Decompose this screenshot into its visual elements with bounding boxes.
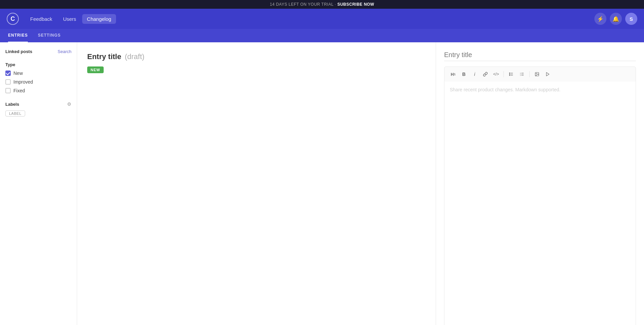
new-badge: NEW bbox=[87, 66, 426, 73]
content-wrapper: Linked posts Search Type New Improved Fi… bbox=[0, 42, 644, 325]
entry-title-input[interactable] bbox=[444, 49, 636, 61]
nav-changelog[interactable]: Changelog bbox=[82, 14, 116, 24]
svg-point-4 bbox=[509, 74, 510, 75]
toolbar-ordered-list[interactable]: 123 bbox=[517, 69, 527, 79]
linked-posts-section: Linked posts Search bbox=[5, 49, 71, 54]
toolbar-image[interactable] bbox=[532, 69, 542, 79]
type-new-label: New bbox=[13, 71, 23, 76]
editor-container: H1 B i </> 123 bbox=[444, 66, 636, 325]
toolbar-link[interactable] bbox=[481, 69, 490, 79]
sub-nav: ENTRIES SETTINGS bbox=[0, 29, 644, 42]
toolbar-sep-1 bbox=[503, 71, 504, 77]
toolbar-code[interactable]: </> bbox=[491, 69, 501, 79]
trial-text: 14 DAYS LEFT ON YOUR TRIAL · bbox=[270, 2, 337, 7]
type-title: Type bbox=[5, 62, 71, 67]
type-fixed-checkbox[interactable] bbox=[5, 88, 11, 93]
type-improved-label: Improved bbox=[13, 79, 33, 85]
linked-posts-search[interactable]: Search bbox=[58, 49, 71, 54]
editor-toolbar: H1 B i </> 123 bbox=[444, 66, 636, 82]
linked-posts-header: Linked posts Search bbox=[5, 49, 71, 54]
bell-icon: 🔔 bbox=[612, 16, 619, 22]
type-improved-checkbox[interactable] bbox=[5, 79, 11, 85]
avatar[interactable]: S bbox=[625, 13, 637, 25]
entry-title: Entry title bbox=[87, 52, 121, 61]
svg-point-5 bbox=[509, 75, 510, 76]
subscribe-link[interactable]: SUBSCRIBE NOW bbox=[337, 2, 374, 7]
type-improved-item[interactable]: Improved bbox=[5, 79, 71, 85]
editor-placeholder: Share recent product changes. Markdown s… bbox=[450, 87, 560, 92]
trial-banner: 14 DAYS LEFT ON YOUR TRIAL · SUBSCRIBE N… bbox=[0, 0, 644, 9]
svg-text:3: 3 bbox=[520, 75, 521, 76]
type-new-checkbox[interactable] bbox=[5, 71, 11, 76]
svg-point-13 bbox=[536, 73, 537, 74]
bell-icon-btn[interactable]: 🔔 bbox=[610, 13, 622, 25]
nav-links: Feedback Users Changelog bbox=[25, 14, 594, 24]
entry-draft: (draft) bbox=[125, 52, 145, 61]
nav-feedback[interactable]: Feedback bbox=[25, 14, 57, 24]
toolbar-h1[interactable]: H1 bbox=[448, 69, 458, 79]
nav-users[interactable]: Users bbox=[58, 14, 81, 24]
main-nav: C Feedback Users Changelog ⚡ 🔔 S bbox=[0, 9, 644, 29]
toolbar-video[interactable] bbox=[543, 69, 552, 79]
labels-section: Labels ⚙ LABEL bbox=[5, 101, 71, 117]
gear-icon[interactable]: ⚙ bbox=[67, 101, 71, 107]
labels-title: Labels bbox=[5, 102, 19, 107]
label-tag[interactable]: LABEL bbox=[5, 110, 25, 117]
toolbar-bold[interactable]: B bbox=[459, 69, 469, 79]
svg-marker-14 bbox=[546, 73, 549, 76]
lightning-icon-btn[interactable]: ⚡ bbox=[594, 13, 606, 25]
toolbar-sep-2 bbox=[529, 71, 530, 77]
type-section: Type New Improved Fixed bbox=[5, 62, 71, 93]
type-fixed-label: Fixed bbox=[13, 88, 25, 93]
center-panel: Entry title (draft) NEW bbox=[77, 42, 436, 325]
nav-right: ⚡ 🔔 S bbox=[594, 13, 637, 25]
subnav-settings[interactable]: SETTINGS bbox=[38, 29, 61, 42]
svg-point-3 bbox=[509, 73, 510, 74]
subnav-entries[interactable]: ENTRIES bbox=[8, 29, 28, 42]
type-new-item[interactable]: New bbox=[5, 71, 71, 76]
lightning-icon: ⚡ bbox=[597, 16, 604, 22]
logo[interactable]: C bbox=[7, 13, 19, 25]
type-fixed-item[interactable]: Fixed bbox=[5, 88, 71, 93]
editor-body[interactable]: Share recent product changes. Markdown s… bbox=[444, 82, 636, 325]
toolbar-bullet-list[interactable] bbox=[506, 69, 516, 79]
entry-title-area: Entry title (draft) bbox=[87, 52, 426, 61]
right-panel: H1 B i </> 123 bbox=[436, 42, 644, 325]
labels-header: Labels ⚙ bbox=[5, 101, 71, 107]
toolbar-italic[interactable]: i bbox=[470, 69, 479, 79]
sidebar: Linked posts Search Type New Improved Fi… bbox=[0, 42, 77, 325]
linked-posts-title: Linked posts bbox=[5, 49, 32, 54]
